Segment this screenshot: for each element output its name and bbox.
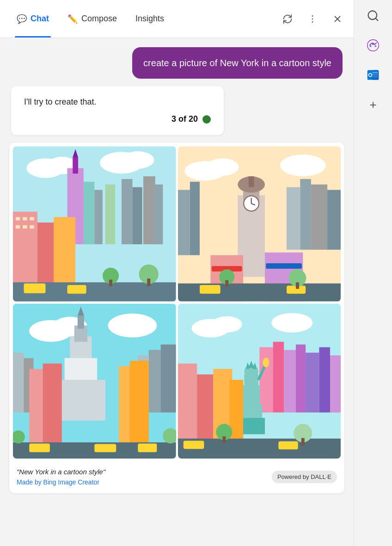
more-options-button[interactable] — [304, 10, 321, 28]
svg-rect-78 — [56, 380, 105, 421]
svg-rect-75 — [78, 316, 84, 329]
image-grid — [9, 143, 344, 462]
nav-actions — [279, 10, 346, 28]
svg-rect-18 — [73, 157, 78, 174]
svg-rect-131 — [372, 76, 378, 78]
tab-insights[interactable]: Insights — [126, 0, 173, 37]
svg-rect-42 — [287, 187, 300, 250]
image-3[interactable] — [13, 304, 176, 459]
svg-rect-40 — [178, 190, 190, 255]
svg-point-38 — [206, 158, 239, 176]
svg-rect-43 — [300, 179, 311, 250]
svg-rect-23 — [16, 217, 20, 220]
svg-rect-10 — [122, 179, 133, 244]
svg-rect-11 — [133, 187, 142, 244]
compose-icon: ✏️ — [67, 14, 78, 24]
svg-point-0 — [312, 15, 313, 17]
image-4[interactable] — [178, 304, 341, 459]
svg-point-39 — [280, 155, 325, 176]
image-2[interactable] — [178, 146, 341, 302]
svg-rect-86 — [138, 443, 157, 452]
svg-rect-85 — [94, 444, 116, 452]
svg-point-91 — [211, 316, 242, 332]
svg-point-92 — [271, 313, 312, 332]
svg-rect-30 — [24, 284, 46, 293]
svg-point-1 — [312, 18, 313, 19]
ai-count-line: 3 of 20 — [24, 114, 211, 124]
svg-rect-13 — [154, 185, 163, 244]
user-message-bubble: create a picture of New York in a cartoo… — [132, 47, 343, 79]
copilot-icon[interactable] — [363, 35, 383, 56]
svg-rect-103 — [242, 385, 260, 407]
svg-rect-111 — [197, 374, 213, 440]
svg-rect-24 — [23, 217, 27, 220]
svg-rect-69 — [149, 350, 161, 412]
svg-rect-68 — [13, 353, 24, 412]
nav-bar: 💬 Chat ✏️ Compose Insights — [0, 0, 354, 38]
image-attribution-link[interactable]: Made by Bing Image Creator — [17, 478, 105, 486]
svg-rect-63 — [295, 282, 299, 289]
ai-response-text: I'll try to create that. — [24, 97, 211, 107]
status-dot — [202, 115, 211, 124]
svg-line-122 — [375, 18, 378, 20]
svg-rect-99 — [330, 355, 341, 412]
svg-rect-44 — [311, 185, 327, 250]
svg-rect-27 — [23, 225, 27, 229]
svg-rect-110 — [178, 363, 197, 440]
svg-rect-130 — [372, 74, 378, 75]
svg-point-124 — [372, 43, 374, 45]
svg-rect-129 — [372, 72, 378, 74]
chat-icon: 💬 — [17, 14, 27, 24]
svg-point-67 — [108, 313, 157, 337]
svg-rect-35 — [147, 279, 150, 286]
svg-rect-56 — [266, 263, 302, 269]
svg-point-123 — [368, 40, 379, 51]
tab-chat[interactable]: 💬 Chat — [7, 0, 58, 37]
svg-rect-93 — [259, 347, 273, 412]
close-button[interactable] — [329, 10, 346, 28]
svg-point-2 — [312, 21, 313, 23]
svg-rect-45 — [327, 190, 341, 249]
svg-point-125 — [370, 45, 372, 47]
svg-rect-96 — [295, 344, 305, 412]
svg-rect-97 — [306, 353, 319, 412]
ai-response-card: I'll try to create that. 3 of 20 — [11, 86, 224, 135]
svg-rect-12 — [143, 176, 155, 244]
svg-rect-82 — [130, 360, 149, 442]
image-grid-footer: "New York in a cartoon style" Made by Bi… — [9, 462, 344, 493]
svg-rect-70 — [161, 344, 176, 412]
svg-rect-14 — [105, 185, 115, 244]
svg-point-126 — [374, 45, 376, 47]
tab-compose-label: Compose — [81, 14, 117, 24]
svg-rect-118 — [301, 438, 304, 445]
svg-point-9 — [122, 151, 154, 169]
svg-rect-119 — [183, 441, 204, 449]
svg-rect-116 — [222, 436, 226, 443]
tab-chat-label: Chat — [31, 14, 49, 24]
svg-rect-25 — [30, 217, 34, 220]
count-text: 3 of 20 — [172, 114, 198, 124]
svg-rect-120 — [278, 441, 298, 449]
svg-rect-41 — [190, 182, 199, 255]
svg-rect-31 — [67, 285, 86, 294]
image-grid-card: "New York in a cartoon style" Made by Bi… — [9, 143, 344, 493]
image-caption: "New York in a cartoon style" — [17, 468, 105, 476]
svg-point-133 — [369, 74, 371, 76]
outlook-icon[interactable] — [363, 65, 383, 85]
image-1[interactable] — [13, 146, 176, 302]
svg-rect-95 — [284, 350, 296, 412]
svg-rect-15 — [94, 190, 103, 244]
add-app-button[interactable]: + — [363, 94, 383, 115]
svg-rect-26 — [16, 225, 20, 229]
svg-rect-61 — [225, 280, 228, 286]
tab-insights-label: Insights — [135, 14, 164, 24]
refresh-button[interactable] — [279, 10, 296, 28]
svg-rect-94 — [273, 341, 284, 412]
svg-rect-49 — [248, 176, 254, 187]
chat-area: create a picture of New York in a cartoo… — [0, 38, 354, 546]
tab-compose[interactable]: ✏️ Compose — [58, 0, 126, 37]
search-icon[interactable] — [363, 6, 383, 26]
svg-rect-33 — [109, 279, 112, 286]
svg-rect-28 — [30, 225, 34, 229]
svg-rect-98 — [319, 347, 330, 412]
